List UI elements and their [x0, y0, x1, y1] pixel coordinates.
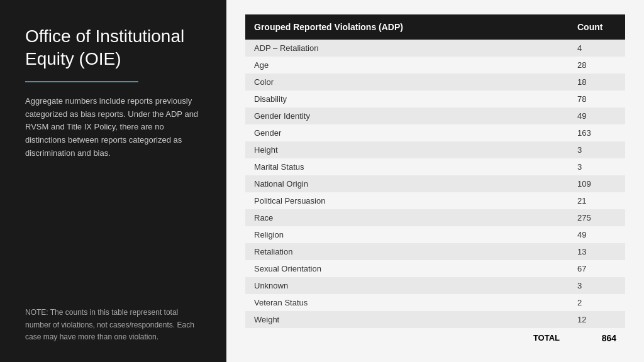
row-label: Age	[245, 57, 569, 74]
total-count: 864	[569, 328, 625, 348]
row-label: Marital Status	[245, 158, 569, 175]
row-label: Sexual Orientation	[245, 260, 569, 277]
row-count: 49	[569, 107, 625, 124]
table-row: Disability78	[245, 90, 625, 107]
table-row: Political Persuasion21	[245, 192, 625, 209]
table-row: ADP – Retaliation4	[245, 40, 625, 57]
table-row: Age28	[245, 57, 625, 74]
table-row: National Origin109	[245, 175, 625, 192]
row-count: 2	[569, 294, 625, 311]
row-label: Unknown	[245, 277, 569, 294]
table-row: Retaliation13	[245, 243, 625, 260]
row-label: Religion	[245, 226, 569, 243]
table-row: Height3	[245, 141, 625, 158]
row-count: 18	[569, 74, 625, 90]
table-row: Gender Identity49	[245, 107, 625, 124]
row-count: 12	[569, 311, 625, 328]
row-count: 275	[569, 209, 625, 226]
table-row: Religion49	[245, 226, 625, 243]
note-text: NOTE: The counts in this table represent…	[25, 307, 201, 343]
row-count: 13	[569, 243, 625, 260]
page-title: Office of Institutional Equity (OIE)	[25, 25, 201, 71]
table-row: Race275	[245, 209, 625, 226]
row-label: Political Persuasion	[245, 192, 569, 209]
row-count: 3	[569, 141, 625, 158]
table-row: Weight12	[245, 311, 625, 328]
row-count: 109	[569, 175, 625, 192]
table-row: Unknown3	[245, 277, 625, 294]
right-panel: Grouped Reported Violations (ADP) Count …	[226, 0, 644, 362]
row-label: Color	[245, 74, 569, 90]
divider	[25, 81, 138, 82]
row-label: Retaliation	[245, 243, 569, 260]
table-row: Gender163	[245, 124, 625, 141]
left-panel: Office of Institutional Equity (OIE) Agg…	[0, 0, 226, 362]
row-label: National Origin	[245, 175, 569, 192]
row-label: Race	[245, 209, 569, 226]
violations-table: Grouped Reported Violations (ADP) Count …	[245, 14, 625, 348]
col-header-count: Count	[569, 14, 625, 40]
description-text: Aggregate numbers include reports previo…	[25, 95, 201, 160]
row-label: Gender Identity	[245, 107, 569, 124]
row-count: 49	[569, 226, 625, 243]
table-row: Sexual Orientation67	[245, 260, 625, 277]
table-row: Color18	[245, 74, 625, 90]
row-count: 4	[569, 40, 625, 57]
row-count: 163	[569, 124, 625, 141]
row-label: Veteran Status	[245, 294, 569, 311]
col-header-violations: Grouped Reported Violations (ADP)	[245, 14, 569, 40]
row-label: ADP – Retaliation	[245, 40, 569, 57]
row-count: 21	[569, 192, 625, 209]
row-label: Disability	[245, 90, 569, 107]
row-count: 3	[569, 277, 625, 294]
row-label: Height	[245, 141, 569, 158]
table-footer-row: TOTAL 864	[245, 328, 625, 348]
table-row: Marital Status3	[245, 158, 625, 175]
row-count: 28	[569, 57, 625, 74]
row-count: 78	[569, 90, 625, 107]
total-label: TOTAL	[245, 328, 569, 348]
row-count: 3	[569, 158, 625, 175]
table-header-row: Grouped Reported Violations (ADP) Count	[245, 14, 625, 40]
row-label: Gender	[245, 124, 569, 141]
row-count: 67	[569, 260, 625, 277]
row-label: Weight	[245, 311, 569, 328]
table-row: Veteran Status2	[245, 294, 625, 311]
